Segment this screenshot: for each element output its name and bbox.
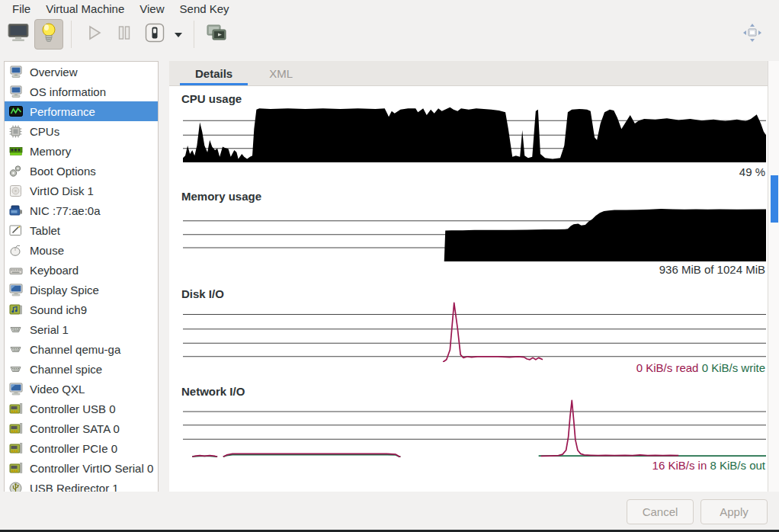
- sidebar-item-label: Controller USB 0: [30, 402, 116, 415]
- sidebar-item-serial-1[interactable]: Serial 1: [5, 319, 158, 339]
- shutdown-button[interactable]: [140, 19, 169, 50]
- display-icon: [8, 382, 23, 396]
- sidebar-item-label: Performance: [30, 105, 95, 118]
- sidebar-item-label: OS information: [30, 85, 106, 98]
- computer-icon: [8, 65, 23, 79]
- sidebar-item-mouse[interactable]: Mouse: [5, 240, 158, 260]
- footer-bar: Cancel Apply: [0, 492, 779, 532]
- pause-icon: [114, 23, 134, 46]
- scrollbar-thumb[interactable]: [771, 175, 778, 223]
- tab-xml[interactable]: XML: [251, 61, 311, 85]
- apply-button[interactable]: Apply: [700, 499, 768, 524]
- serial-icon: [8, 322, 23, 337]
- network-io-title: Network I/O: [181, 385, 245, 398]
- nic-icon: [8, 204, 23, 218]
- sidebar-item-overview[interactable]: Overview: [5, 62, 158, 82]
- toolbar-separator: [71, 21, 72, 48]
- chart-value-label: 936 MiB of 1024 MiB: [659, 263, 765, 276]
- disk-io-value: 0 KiB/s read 0 KiB/s write: [636, 361, 765, 374]
- controller-icon: [8, 402, 23, 416]
- sidebar-item-sound-ich9[interactable]: Sound ich9: [5, 300, 158, 319]
- show-hardware-details-button[interactable]: [34, 19, 63, 50]
- menu-virtual-machine[interactable]: Virtual Machine: [38, 0, 132, 18]
- sidebar-item-label: Video QXL: [30, 383, 85, 396]
- controller-icon: [8, 461, 23, 476]
- sidebar-item-os-information[interactable]: OS information: [5, 82, 158, 101]
- sidebar-item-tablet[interactable]: Tablet: [5, 220, 158, 240]
- memory-usage-chart: [183, 204, 766, 261]
- cancel-button[interactable]: Cancel: [627, 499, 694, 524]
- sidebar-item-label: Controller PCIe 0: [30, 442, 117, 455]
- cpu-usage-value: 49 %: [739, 165, 765, 178]
- chart-value-label: 16 KiB/s in: [652, 459, 707, 472]
- sidebar-item-label: NIC :77:ae:0a: [30, 204, 101, 217]
- sidebar-item-video-qxl[interactable]: Video QXL: [5, 379, 158, 399]
- sidebar-item-label: Serial 1: [30, 323, 69, 336]
- play-icon: [84, 23, 104, 46]
- sidebar-item-performance[interactable]: Performance: [5, 101, 158, 121]
- run-button[interactable]: [79, 19, 108, 50]
- sidebar-item-label: Tablet: [30, 224, 60, 237]
- sidebar-item-controller-virtio-serial-0[interactable]: Controller VirtIO Serial 0: [5, 458, 158, 478]
- sidebar-item-display-spice[interactable]: Display Spice: [5, 280, 158, 300]
- sidebar-item-nic-77-ae-0a[interactable]: NIC :77:ae:0a: [5, 200, 158, 220]
- sidebar-item-cpus[interactable]: CPUs: [5, 121, 158, 141]
- disk-io-title: Disk I/O: [181, 287, 224, 300]
- performance-icon: [8, 104, 23, 119]
- sidebar-item-controller-usb-0[interactable]: Controller USB 0: [5, 399, 158, 418]
- sidebar-item-virtio-disk-1[interactable]: VirtIO Disk 1: [5, 181, 158, 200]
- shutdown-menu-button[interactable]: [170, 20, 187, 49]
- lightbulb-icon: [40, 21, 58, 47]
- sidebar-item-controller-sata-0[interactable]: Controller SATA 0: [5, 418, 158, 438]
- sidebar-item-memory[interactable]: Memory: [5, 141, 158, 161]
- sidebar-item-label: VirtIO Disk 1: [30, 184, 94, 197]
- disk-icon: [8, 184, 23, 198]
- computer-icon: [8, 85, 23, 99]
- hardware-list: OverviewOS informationPerformanceCPUsMem…: [4, 61, 159, 497]
- memory-icon: [8, 144, 23, 159]
- toolbar: [0, 18, 779, 50]
- sidebar-item-keyboard[interactable]: Keyboard: [5, 260, 158, 280]
- pause-button[interactable]: [110, 19, 139, 50]
- chart-value-label: 8 KiB/s out: [710, 459, 765, 472]
- tab-details[interactable]: Details: [177, 61, 251, 85]
- mouse-icon: [8, 243, 23, 258]
- sidebar-item-label: CPUs: [30, 125, 59, 138]
- controller-icon: [8, 421, 23, 436]
- network-io-value: 16 KiB/s in 8 KiB/s out: [652, 459, 765, 472]
- cpu-usage-chart: [183, 107, 766, 162]
- chart-value-label: 0 KiB/s read: [636, 361, 699, 374]
- chart-value-label: 49 %: [739, 165, 765, 178]
- console-button[interactable]: [4, 19, 33, 50]
- menu-send-key[interactable]: Send Key: [172, 0, 237, 18]
- sidebar-item-channel-qemu-ga[interactable]: Channel qemu-ga: [5, 339, 158, 359]
- display-icon: [8, 283, 23, 297]
- sidebar-item-boot-options[interactable]: Boot Options: [5, 161, 158, 181]
- chart-value-label: 0 KiB/s write: [702, 361, 765, 374]
- chevron-down-icon: [174, 27, 183, 41]
- network-io-chart: [183, 399, 766, 457]
- sidebar-item-label: Boot Options: [30, 165, 96, 178]
- tablet-icon: [8, 223, 23, 238]
- tab-bar: Details XML: [169, 61, 768, 86]
- sidebar-item-controller-pcie-0[interactable]: Controller PCIe 0: [5, 438, 158, 458]
- snapshots-button[interactable]: [202, 19, 231, 50]
- gears-icon: [8, 164, 23, 178]
- cpu-icon: [8, 124, 23, 139]
- sidebar-item-channel-spice[interactable]: Channel spice: [5, 359, 158, 379]
- sidebar-item-label: Overview: [30, 66, 78, 79]
- fullscreen-button[interactable]: [738, 19, 767, 50]
- virt-manager-window: File Virtual Machine View Send Key: [0, 0, 779, 532]
- menu-view[interactable]: View: [132, 0, 172, 18]
- sound-icon: [8, 303, 23, 317]
- serial-icon: [8, 342, 23, 357]
- cpu-usage-title: CPU usage: [181, 92, 242, 105]
- memory-usage-title: Memory usage: [181, 190, 261, 203]
- details-panel: Details XML CPU usage 49 % Memory usage …: [169, 61, 768, 492]
- serial-icon: [8, 362, 23, 377]
- sidebar-item-label: Controller SATA 0: [30, 422, 120, 435]
- sidebar-item-label: Controller VirtIO Serial 0: [30, 462, 153, 475]
- sidebar-item-label: Sound ich9: [30, 303, 87, 316]
- menu-file[interactable]: File: [5, 0, 38, 18]
- sidebar-item-label: Display Spice: [30, 284, 99, 296]
